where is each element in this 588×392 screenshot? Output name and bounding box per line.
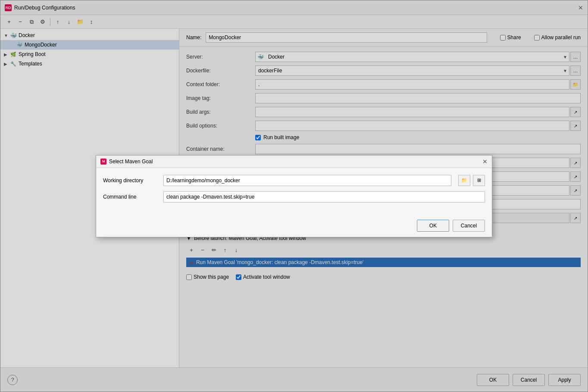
working-dir-input[interactable] <box>163 175 451 186</box>
working-dir-browse-button[interactable]: ⊞ <box>473 175 485 186</box>
dialog-title: M Select Maven Goal <box>100 159 153 165</box>
modal-overlay: M Select Maven Goal ✕ Working directory … <box>0 0 588 392</box>
command-line-label: Command line <box>103 194 159 200</box>
dialog-cancel-button[interactable]: Cancel <box>453 220 485 232</box>
dialog-ok-button[interactable]: OK <box>417 220 449 232</box>
working-dir-label: Working directory <box>103 177 159 184</box>
select-maven-goal-dialog: M Select Maven Goal ✕ Working directory … <box>96 155 492 237</box>
dialog-close-button[interactable]: ✕ <box>482 158 488 165</box>
dialog-footer: OK Cancel <box>96 215 492 237</box>
working-dir-row: Working directory 📁 ⊞ <box>103 175 485 186</box>
working-dir-buttons: 📁 ⊞ <box>457 175 485 186</box>
dialog-body: Working directory 📁 ⊞ Command line <box>96 168 492 215</box>
dialog-title-bar: M Select Maven Goal ✕ <box>96 156 492 168</box>
working-dir-folder-button[interactable]: 📁 <box>458 175 470 186</box>
command-line-row: Command line <box>103 191 485 202</box>
command-line-input[interactable] <box>163 191 485 202</box>
dialog-icon: M <box>100 159 106 165</box>
